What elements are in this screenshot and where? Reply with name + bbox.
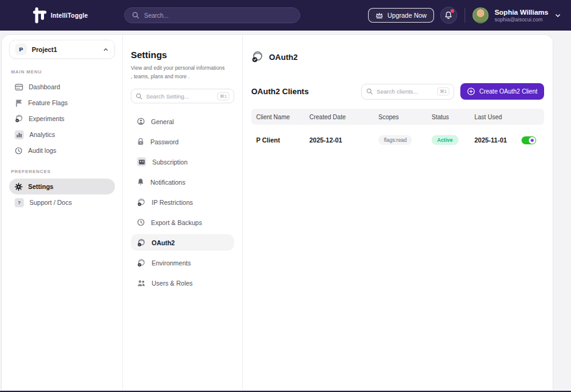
sidebar-item-audit-logs[interactable]: Audit logs — [9, 142, 115, 158]
create-oauth2-client-label: Create OAuth2 Client — [479, 88, 537, 95]
client-name-cell: P Client — [256, 136, 309, 144]
notification-dot — [451, 9, 454, 13]
settings-item-oauth2[interactable]: OAuth2 — [131, 234, 234, 251]
clients-search-input[interactable]: Search clients... ⌘1 — [361, 84, 454, 100]
plus-circle-icon — [467, 87, 475, 95]
page-title: OAuth2 — [269, 53, 298, 62]
sidebar-item-support-docs[interactable]: ? Support / Docs — [9, 194, 115, 210]
created-date-cell: 2025-12-01 — [309, 136, 378, 144]
clients-search-shortcut: ⌘1 — [437, 87, 449, 95]
global-search-placeholder: Search... — [144, 12, 169, 19]
oauth2-clients-table: Client Name Created Date Scopes Status L… — [251, 109, 544, 155]
user-avatar[interactable] — [473, 7, 488, 23]
sidebar-item-experiments[interactable]: Experiments — [9, 111, 115, 127]
header-divider — [465, 8, 465, 23]
sidebar-item-label: Support / Docs — [29, 199, 72, 206]
last-used-cell: 2025-11-01 — [474, 136, 521, 144]
status-badge: Active — [432, 135, 459, 145]
search-icon — [136, 93, 142, 100]
settings-item-notifications[interactable]: Notifications — [131, 174, 234, 190]
users-icon — [137, 279, 146, 287]
notifications-button[interactable] — [440, 7, 457, 24]
app-content-card: P Project1 MAIN MENU Dashboard Feature F… — [1, 34, 553, 390]
settings-item-environments[interactable]: Environments — [131, 254, 234, 271]
gear-icon — [15, 183, 23, 191]
chevron-down-icon[interactable] — [554, 12, 561, 19]
settings-nav-panel: Settings View and edit your personal inf… — [123, 35, 243, 390]
sidebar-item-analytics[interactable]: Analytics — [9, 127, 115, 142]
lock-icon — [137, 138, 144, 146]
client-enabled-toggle[interactable] — [521, 136, 536, 144]
settings-item-label: OAuth2 — [152, 239, 175, 246]
settings-item-password[interactable]: Password — [131, 133, 234, 150]
settings-subtitle: View and edit your personal informations… — [131, 64, 227, 81]
col-created-date: Created Date — [309, 114, 378, 120]
user-email: sophia@aisocui.com — [495, 17, 548, 23]
settings-item-ip-restrictions[interactable]: IP Restrictions — [131, 194, 234, 210]
global-search-input[interactable]: Search... — [124, 7, 300, 23]
settings-item-label: Environments — [152, 259, 191, 267]
user-name: Sophia Williams — [495, 8, 548, 17]
col-status: Status — [432, 114, 474, 120]
sidebar-item-label: Feature Flags — [28, 99, 68, 106]
globe-check-icon — [137, 198, 146, 207]
settings-item-label: Subscription — [152, 158, 188, 166]
clients-search-placeholder: Search clients... — [377, 88, 433, 95]
brand-name: IntelliToggle — [51, 12, 88, 19]
upgrade-now-label: Upgrade Now — [388, 12, 427, 19]
settings-item-export-backups[interactable]: Export & Backups — [131, 214, 234, 231]
table-header-row: Client Name Created Date Scopes Status L… — [251, 109, 544, 125]
sidebar-item-label: Settings — [28, 183, 53, 190]
main-content: OAuth2 OAuth2 Clients Search clients... … — [243, 35, 553, 390]
settings-item-label: Password — [150, 138, 179, 146]
app-logo[interactable]: IntelliToggle — [32, 6, 88, 24]
toggle-knob — [529, 137, 536, 144]
project-initial-badge: P — [15, 43, 27, 55]
id-card-icon — [137, 157, 146, 166]
settings-item-label: Export & Backups — [151, 219, 202, 226]
globe-check-icon — [137, 239, 146, 247]
clock-icon — [137, 218, 145, 226]
search-icon — [132, 12, 139, 19]
bar-chart-icon — [15, 130, 24, 139]
settings-item-users-roles[interactable]: Users & Roles — [131, 275, 234, 291]
person-circle-icon — [137, 117, 145, 125]
upgrade-now-button[interactable]: Upgrade Now — [368, 8, 434, 23]
globe-check-icon — [15, 114, 23, 123]
sidebar-item-feature-flags[interactable]: Feature Flags — [9, 95, 115, 111]
search-icon — [366, 88, 373, 95]
col-last-used: Last Used — [474, 114, 521, 120]
section-label-main-menu: MAIN MENU — [11, 69, 113, 75]
oauth2-page-icon — [251, 51, 263, 63]
top-bar: IntelliToggle Search... Upgrade Now — [0, 0, 571, 31]
col-client-name: Client Name — [256, 114, 309, 120]
settings-item-label: General — [151, 118, 174, 125]
sidebar-item-label: Dashboard — [29, 83, 60, 91]
intellitoggle-logo-icon — [32, 6, 48, 24]
project-name: Project1 — [32, 46, 57, 53]
section-label-preferences: PREFERENCES — [11, 169, 113, 174]
question-icon: ? — [15, 198, 24, 207]
clients-section-title: OAuth2 Clients — [251, 87, 309, 96]
settings-search-input[interactable]: Search Setting... ⌘1 — [131, 89, 234, 103]
sidebar-item-label: Experiments — [29, 115, 64, 122]
table-row: P Client 2025-12-01 flags:read Active 20… — [251, 125, 544, 155]
settings-item-label: IP Restrictions — [152, 199, 193, 206]
create-oauth2-client-button[interactable]: Create OAuth2 Client — [460, 83, 544, 100]
bell-icon — [137, 178, 144, 186]
project-selector[interactable]: P Project1 — [9, 40, 115, 59]
sidebar-item-label: Analytics — [29, 131, 55, 138]
clock-icon — [15, 147, 23, 155]
settings-search-shortcut: ⌘1 — [217, 92, 229, 100]
globe-check-icon — [137, 259, 146, 267]
col-scopes: Scopes — [378, 114, 432, 120]
sidebar-item-settings[interactable]: Settings — [9, 179, 115, 194]
sidebar-item-dashboard[interactable]: Dashboard — [9, 79, 115, 95]
settings-item-general[interactable]: General — [131, 113, 234, 130]
flag-icon — [15, 99, 23, 107]
settings-item-label: Notifications — [150, 179, 185, 186]
sidebar-item-label: Audit logs — [28, 147, 56, 154]
settings-item-subscription[interactable]: Subscription — [131, 153, 234, 170]
dashboard-icon — [15, 83, 23, 91]
settings-item-label: Users & Roles — [152, 279, 193, 287]
